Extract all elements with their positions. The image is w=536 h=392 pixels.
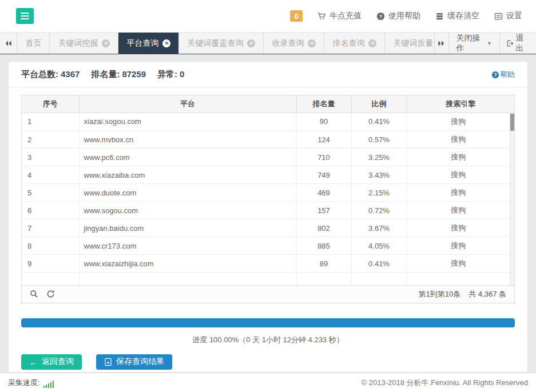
- refresh-button[interactable]: [46, 290, 55, 298]
- table-row[interactable]: 7jingyan.baidu.com8023.67%搜狗: [22, 219, 510, 237]
- pager-range: 第1到第10条: [419, 289, 461, 299]
- table-row[interactable]: 8www.cr173.com8854.05%搜狗: [22, 237, 510, 255]
- hamburger-icon: [21, 13, 29, 14]
- table-cell: xiazai.sogou.com: [79, 113, 296, 131]
- table-cell: www.mvbox.cn: [79, 131, 296, 149]
- chevron-down-icon: ▼: [487, 41, 492, 46]
- tab-close-icon[interactable]: ✕: [308, 39, 316, 47]
- search-icon: [30, 290, 38, 298]
- help-circle-icon: ?: [491, 71, 499, 79]
- tab-keyword-quality[interactable]: 关键词质量分析✕: [385, 33, 434, 54]
- table-cell: 3.43%: [351, 166, 407, 184]
- table-cell: www.duote.com: [79, 184, 296, 202]
- table-cell: 搜狗: [407, 149, 510, 166]
- topbar: 0 牛点充值 ? 使用帮助 缓存清空 设置: [0, 0, 536, 33]
- table-cell: www.cr173.com: [79, 237, 296, 255]
- table-cell: 749: [296, 166, 351, 184]
- table-cell: 7: [22, 219, 79, 237]
- tabs-scroll-right-button[interactable]: [434, 33, 449, 54]
- stat-rank-count: 排名量:87259: [91, 69, 146, 80]
- table-cell: 3.67%: [351, 219, 407, 237]
- table-cell: www.pc6.com: [79, 149, 296, 166]
- question-circle-icon: ?: [376, 12, 385, 21]
- table-row[interactable]: 5www.duote.com4692.15%搜狗: [22, 184, 510, 202]
- table-cell: 0.41%: [351, 255, 407, 273]
- stats-row: 平台总数:4367 排名量:87259 异常:0 ? 帮助: [9, 62, 527, 87]
- topbar-nav: 0 牛点充值 ? 使用帮助 缓存清空 设置: [290, 10, 522, 22]
- nav-help[interactable]: ? 使用帮助: [376, 11, 420, 21]
- tabbar-end: 关闭操作 ▼ 退出: [434, 33, 536, 54]
- col-header-ratio[interactable]: 比例: [351, 95, 407, 113]
- tab-close-icon[interactable]: ✕: [102, 39, 110, 47]
- scrollbar-thumb[interactable]: [510, 114, 514, 131]
- tab-index-query[interactable]: 收录查询✕: [264, 33, 324, 54]
- tab-rank-query[interactable]: 排名查询✕: [324, 33, 385, 54]
- table-cell: www.xiazaizhijia.com: [79, 255, 296, 273]
- col-header-rankcount[interactable]: 排名量: [296, 95, 351, 113]
- tab-keyword-coverage[interactable]: 关键词覆盖查询✕: [179, 33, 264, 54]
- table-cell: 2.15%: [351, 184, 407, 202]
- pager-info: 第1到第10条 共 4,367 条: [419, 289, 506, 299]
- table-row[interactable]: 3www.pc6.com7103.25%搜狗: [22, 149, 510, 166]
- table-row[interactable]: 1xiazai.sogou.com900.41%搜狗: [22, 113, 510, 131]
- help-link[interactable]: ? 帮助: [491, 70, 515, 80]
- table-cell: 0.57%: [351, 131, 407, 149]
- table-cell: www.xiazaiba.com: [79, 166, 296, 184]
- vertical-scrollbar[interactable]: [510, 113, 514, 285]
- nav-clear-cache[interactable]: 缓存清空: [435, 11, 479, 21]
- table-cell: 89: [296, 255, 351, 273]
- table-row[interactable]: 6www.sogou.com1570.72%搜狗: [22, 202, 510, 219]
- table-row[interactable]: 4www.xiazaiba.com7493.43%搜狗: [22, 166, 510, 184]
- tab-close-icon[interactable]: ✕: [162, 39, 170, 47]
- col-header-platform[interactable]: 平台: [79, 95, 296, 113]
- svg-text:?: ?: [494, 71, 497, 77]
- tab-platform-query[interactable]: 平台查询✕: [118, 33, 179, 54]
- table-cell: 搜狗: [407, 166, 510, 184]
- platform-query-panel: 平台总数:4367 排名量:87259 异常:0 ? 帮助 序号 平台 排名量: [8, 61, 528, 373]
- table-cell: 124: [296, 131, 351, 149]
- table-row[interactable]: 2www.mvbox.cn1240.57%搜狗: [22, 131, 510, 149]
- grid-body: 1xiazai.sogou.com900.41%搜狗2www.mvbox.cn1…: [22, 113, 514, 285]
- save-results-button[interactable]: x 保存查询结果: [96, 354, 172, 370]
- nav-recharge[interactable]: 牛点充值: [317, 11, 362, 21]
- table-cell: 469: [296, 184, 351, 202]
- close-operations-dropdown[interactable]: 关闭操作 ▼: [449, 33, 500, 54]
- back-to-query-button[interactable]: ← 返回查询: [21, 354, 82, 370]
- col-header-engine[interactable]: 搜索引擎: [407, 95, 514, 113]
- table-cell: 搜狗: [407, 184, 510, 202]
- grid-header: 序号 平台 排名量 比例 搜索引擎: [22, 95, 514, 113]
- tabs-scroll-left-button[interactable]: [0, 33, 17, 54]
- nav-settings[interactable]: 设置: [494, 11, 522, 21]
- table-cell: 搜狗: [407, 237, 510, 255]
- pager: 第1到第10条 共 4,367 条: [22, 285, 514, 303]
- table-cell: 搜狗: [407, 219, 510, 237]
- tabbar: 首页 关键词挖掘✕ 平台查询✕ 关键词覆盖查询✕ 收录查询✕ 排名查询✕ 关键词…: [0, 33, 536, 54]
- svg-text:x: x: [107, 359, 110, 365]
- table-cell: 157: [296, 202, 351, 219]
- col-header-index[interactable]: 序号: [22, 95, 79, 113]
- logout-icon: [506, 39, 513, 47]
- stat-total-platforms: 平台总数:4367: [21, 69, 80, 80]
- action-buttons: ← 返回查询 x 保存查询结果: [21, 354, 515, 370]
- logout-button[interactable]: 退出: [500, 33, 536, 54]
- app-window: 0 牛点充值 ? 使用帮助 缓存清空 设置 首页 关键词: [0, 0, 536, 392]
- table-cell: 搜狗: [407, 131, 510, 149]
- copyright-text: © 2013-2018 分析牛.Fenxiniu. All Rights Res…: [362, 378, 528, 388]
- tab-home[interactable]: 首页: [17, 33, 50, 54]
- stat-errors: 异常:0: [157, 69, 184, 80]
- table-cell: 2: [22, 131, 79, 149]
- tab-close-icon[interactable]: ✕: [368, 39, 376, 47]
- signal-bars-icon: [43, 381, 54, 388]
- tab-close-icon[interactable]: ✕: [247, 39, 255, 47]
- menu-button[interactable]: [16, 8, 34, 24]
- refresh-icon: [46, 290, 55, 298]
- table-row[interactable]: 9www.xiazaizhijia.com890.41%搜狗: [22, 255, 510, 273]
- search-button[interactable]: [30, 290, 38, 298]
- main-content: 平台总数:4367 排名量:87259 异常:0 ? 帮助 序号 平台 排名量: [0, 54, 536, 373]
- cart-icon: [317, 12, 326, 21]
- tab-keyword-mining[interactable]: 关键词挖掘✕: [50, 33, 118, 54]
- pager-tools: [30, 290, 55, 298]
- table-cell: 4.05%: [351, 237, 407, 255]
- table-cell: 6: [22, 202, 79, 219]
- stats-summary: 平台总数:4367 排名量:87259 异常:0: [21, 69, 184, 80]
